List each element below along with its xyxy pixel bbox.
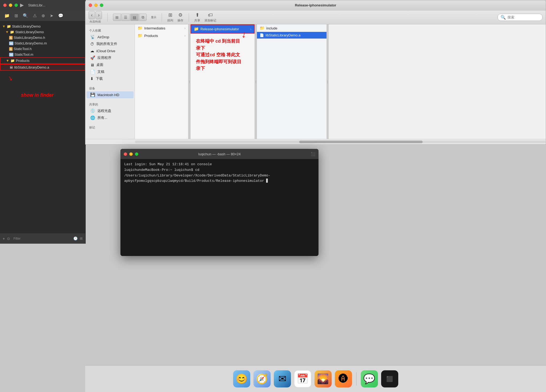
- folder-label: StaticLibraryDemo: [15, 30, 44, 34]
- tree-item-staticlibrarydemofolder[interactable]: ▼ 📁 StaticLibraryDemo: [0, 29, 85, 35]
- finder-scrollbar-area: [85, 139, 546, 144]
- sidebar-item-downloads[interactable]: ⬇ 下载: [86, 75, 134, 82]
- terminal-close-button[interactable]: [124, 152, 127, 156]
- tree-item-h2[interactable]: h StaticTool.h: [0, 46, 85, 52]
- sidebar-item-macintosh[interactable]: 💾 Macintosh HD: [86, 91, 134, 98]
- clock-icon[interactable]: 🕐: [73, 236, 78, 240]
- hierarchy-icon[interactable]: ⊞: [13, 12, 20, 19]
- flow-view-button[interactable]: ⧉: [139, 14, 147, 21]
- sidebar-item-all-files[interactable]: ⏱ 我的所有文件: [86, 40, 134, 47]
- search-input[interactable]: [507, 15, 540, 19]
- grid-icon[interactable]: ⊞: [80, 236, 83, 240]
- h-file-icon: h: [9, 47, 13, 51]
- apps-label: 应用程序: [97, 55, 111, 60]
- fullscreen-button[interactable]: [14, 3, 18, 7]
- dock-icon-photos[interactable]: 🌄: [314, 370, 332, 387]
- column-resize-1[interactable]: |: [188, 24, 191, 139]
- tree-item-libstatic[interactable]: 🏛 libStaticLibraryDemo.a: [0, 64, 85, 71]
- tree-item-m1[interactable]: m StaticLibraryDemo.m: [0, 40, 85, 46]
- minimize-button[interactable]: [9, 3, 12, 7]
- item-label: include: [266, 26, 277, 30]
- desktop-label: 桌面: [96, 62, 103, 67]
- circle-icon[interactable]: ⊙: [7, 236, 10, 241]
- sidebar-item-apps[interactable]: 🚀 应用程序: [86, 54, 134, 61]
- list-view-button[interactable]: ☰: [122, 14, 130, 21]
- chevron-right-icon: ›: [184, 27, 185, 30]
- tags-section-title: 标记: [85, 124, 135, 130]
- play-button[interactable]: ▶: [20, 2, 24, 8]
- finder-window: Release-iphonesimulator ‹ › 向后/向前 ⊞ ☰ ▤ …: [85, 0, 546, 145]
- arrange-button-group[interactable]: ⊞ 排列: [167, 12, 173, 22]
- dock: 😊 🧭 ✉ 📅 🌄 🅐 💬 ⬛: [85, 365, 546, 392]
- tree-item-products[interactable]: ▼ 📁 Products: [0, 57, 85, 64]
- tree-item-root[interactable]: ▼ 📁 StaticLibraryDemo: [0, 24, 85, 29]
- arrow-icon[interactable]: ➤: [48, 12, 55, 19]
- column-item-products[interactable]: 📁 Products ›: [135, 32, 188, 39]
- show-in-finder-label: show in finder: [21, 92, 54, 98]
- dock-icon-appstore[interactable]: 🅐: [335, 370, 352, 387]
- sidebar-item-all-shared[interactable]: 🌐 所有...: [86, 114, 134, 121]
- downloads-label: 下载: [96, 76, 103, 81]
- search-icon[interactable]: 🔍: [21, 12, 30, 19]
- folder-icon: 📁: [194, 27, 199, 31]
- downloads-icon: ⬇: [90, 76, 94, 81]
- tree-item-m2[interactable]: m StaticTool.m: [0, 52, 85, 57]
- release-label: Release-iphonesimulator: [200, 27, 239, 31]
- search-box[interactable]: 🔍: [498, 14, 543, 21]
- icon-view-button[interactable]: ⊞: [113, 14, 121, 21]
- comment-icon[interactable]: 💬: [56, 12, 65, 19]
- tree-item-h1[interactable]: h StaticLibraryDemo.h: [0, 35, 85, 40]
- finder-minimize-button[interactable]: [94, 3, 98, 7]
- folder-icon: 📁: [138, 33, 143, 38]
- column-include: 📁 include 📄 libStaticLibraryDemo.a: [257, 24, 327, 139]
- terminal-titlebar: luqichun — -bash — 80×24 ⬛: [120, 149, 318, 159]
- diff-icon[interactable]: ⊕: [40, 12, 47, 19]
- sidebar-item-remote-disc[interactable]: 💿 远程光盘: [86, 107, 134, 114]
- dock-icon-mail[interactable]: ✉: [274, 370, 291, 387]
- dock-icon-safari[interactable]: 🧭: [253, 370, 271, 387]
- terminal-minimize-button[interactable]: [129, 152, 133, 156]
- terminal-scroll-button[interactable]: ⬛: [311, 152, 315, 156]
- column-item-libstatic[interactable]: 📄 libStaticLibraryDemo.a: [257, 32, 327, 39]
- view-label: 显示: [151, 16, 156, 19]
- folder-icon[interactable]: 📁: [3, 12, 11, 19]
- separator3: [189, 13, 189, 22]
- column-resize-3[interactable]: |: [327, 24, 329, 139]
- arrange-icon: ⊞: [168, 12, 172, 18]
- forward-button[interactable]: ›: [96, 11, 102, 19]
- chevron-icon: ▼: [6, 59, 9, 63]
- folder-icon: 📁: [10, 30, 14, 34]
- dock-icon-messages[interactable]: 💬: [361, 370, 378, 387]
- column-item-intermediates[interactable]: 📁 Intermediates ›: [135, 24, 188, 32]
- messages-icon: 💬: [363, 373, 375, 385]
- add-button[interactable]: +: [3, 236, 5, 241]
- finder-scrollbar-thumb[interactable]: [299, 141, 423, 143]
- column-resize-2[interactable]: |: [255, 24, 257, 139]
- dock-icon-terminal[interactable]: ⬛: [381, 370, 398, 387]
- sidebar-item-icloud[interactable]: ☁ iCloud Drive: [86, 47, 134, 54]
- finder-scrollbar-track: [135, 141, 546, 143]
- separator2: [162, 13, 162, 22]
- column-view-button[interactable]: ▤: [130, 14, 139, 21]
- hd-label: Macintosh HD: [97, 93, 119, 97]
- warning-icon[interactable]: ⚠: [31, 12, 38, 19]
- dock-icon-finder[interactable]: 😊: [233, 370, 250, 387]
- column-item-include[interactable]: 📁 include: [257, 24, 327, 32]
- share-button-group[interactable]: ⬆ 共享: [194, 12, 200, 22]
- action-button-group[interactable]: ⚙ 操作: [177, 12, 183, 22]
- terminal-fullscreen-button[interactable]: [135, 152, 138, 156]
- m-file-icon: m: [9, 53, 13, 56]
- m-file-icon: m: [9, 42, 13, 45]
- back-button[interactable]: ‹: [89, 11, 95, 19]
- terminal-body[interactable]: Last login: Sun May 21 12:18:41 on conso…: [120, 159, 318, 256]
- sidebar-item-airdrop[interactable]: 📡 AirDrop: [86, 33, 134, 40]
- close-button[interactable]: [3, 3, 7, 7]
- documents-label: 文稿: [97, 69, 104, 74]
- finder-close-button[interactable]: [89, 3, 92, 7]
- finder-fullscreen-button[interactable]: [100, 3, 103, 7]
- tag-button-group[interactable]: 🏷 添加标记: [204, 12, 216, 22]
- item-label: Products: [144, 34, 158, 38]
- dock-icon-calendar[interactable]: 📅: [294, 370, 311, 387]
- sidebar-item-desktop[interactable]: 🖥 桌面: [86, 61, 134, 68]
- sidebar-item-documents[interactable]: 📄 文稿: [86, 68, 134, 75]
